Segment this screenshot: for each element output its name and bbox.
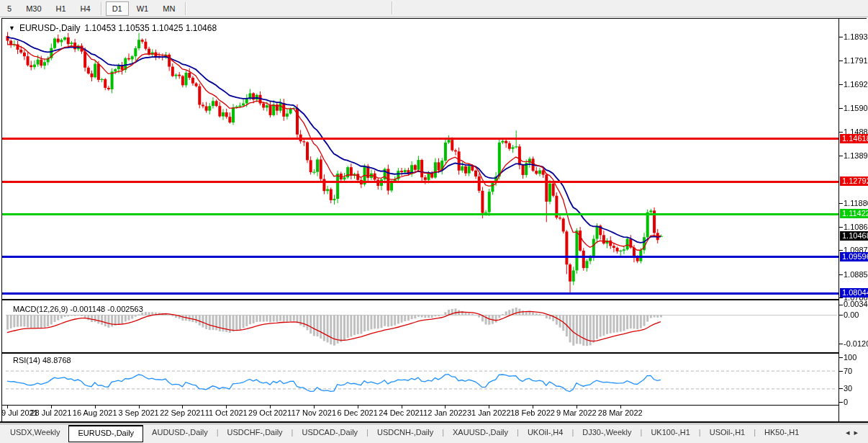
price-chart-canvas[interactable] <box>0 17 868 424</box>
chart-tabs: USDX,WeeklyEURUSD-,DailyAUDUSD-,Daily|US… <box>1 425 808 442</box>
chart-title-ohlc: 1.10453 1.10535 1.10425 1.10468 <box>85 23 217 33</box>
tab-xauusd-daily[interactable]: XAUUSD-,Daily <box>444 425 517 442</box>
tab-usdcnh-daily[interactable]: USDCNH-,Daily <box>369 425 442 442</box>
tab-uk100-h1[interactable]: UK100-,H1 <box>642 425 698 442</box>
rsi-axis-tick: 30 <box>844 384 852 393</box>
macd-axis-tick: 0.00 <box>844 310 859 319</box>
rsi-axis-tick: 70 <box>844 367 852 375</box>
tab-audusd-daily[interactable]: AUDUSD-,Daily <box>143 425 217 442</box>
level-price-badge: 1.11422 <box>840 209 868 218</box>
toolbar-separator <box>101 2 102 15</box>
chart-window: ▼ EURUSD-,Daily 1.10453 1.10535 1.10425 … <box>0 17 868 424</box>
tab-usoil-h1[interactable]: USOil-,H1 <box>701 425 754 442</box>
level-price-badge: 1.14618 <box>840 134 868 143</box>
tab-scroll-left-icon[interactable]: ◂ <box>846 428 854 437</box>
tab-eurusd-daily[interactable]: EURUSD-,Daily <box>68 425 143 442</box>
date-axis-label: 17 Nov 2021 <box>291 408 336 417</box>
level-price-badge: 1.08044 <box>840 288 868 297</box>
timeframe-button-m30[interactable]: M30 <box>19 1 48 16</box>
date-axis-label: 6 Dec 2021 <box>338 408 378 417</box>
toolbar-separator <box>185 2 186 15</box>
toolbar-separator <box>392 1 393 14</box>
date-axis-label: 12 Jan 2022 <box>423 408 467 417</box>
tab-usdchf-daily[interactable]: USDCHF-,Daily <box>219 425 291 442</box>
price-axis-tick: 1.17910 <box>844 56 868 65</box>
chart-title: ▼ EURUSD-,Daily 1.10453 1.10535 1.10425 … <box>9 23 217 33</box>
date-axis-label: 3 Sep 2021 <box>118 408 158 417</box>
date-axis-label: 11 Oct 2021 <box>205 408 248 417</box>
rsi-indicator-label: RSI(14) 48.8768 <box>13 356 71 364</box>
tab-scroll-arrows: ◂▸ <box>846 428 862 437</box>
price-axis-tick: 1.18930 <box>844 32 868 41</box>
date-axis-label: 31 Jan 2022 <box>467 408 511 417</box>
price-axis-tick: 1.11880 <box>844 199 868 207</box>
timeframe-button-mn[interactable]: MN <box>156 1 181 16</box>
tab-dj30-weekly[interactable]: DJ30-,Weekly <box>574 425 640 442</box>
current-price-badge: 1.10468 <box>840 231 868 241</box>
date-axis-label: 28 Jul 2021 <box>30 408 71 417</box>
timeframe-button-h1[interactable]: H1 <box>50 1 73 16</box>
timeframe-button-d1[interactable]: D1 <box>106 1 129 16</box>
date-axis-label: 24 Dec 2021 <box>379 408 423 417</box>
chart-title-symbol: EURUSD-,Daily <box>19 23 81 33</box>
symbol-dropdown-icon[interactable]: ▼ <box>9 24 15 32</box>
level-price-badge: 1.09596 <box>840 252 868 261</box>
tab-usdx-weekly[interactable]: USDX,Weekly <box>1 425 68 442</box>
tab-scroll-right-icon[interactable]: ▸ <box>854 428 862 437</box>
trading-terminal: 5M30H1H4D1W1MN ▼ EURUSD-,Daily 1.10453 1… <box>0 0 868 443</box>
tab-ukoil-h4[interactable]: UKOil-,H4 <box>519 425 572 442</box>
price-axis-tick: 1.16920 <box>844 80 868 89</box>
date-axis-label: 29 Oct 2021 <box>248 408 291 417</box>
tab-hk50-h1[interactable]: HK50-,H1 <box>756 425 808 442</box>
level-price-badge: 1.12792 <box>840 176 868 186</box>
rsi-axis-tick: 0 <box>844 398 848 406</box>
price-axis: 1.189301.179101.169201.159001.148801.138… <box>839 17 868 424</box>
timeframe-toolbar: 5M30H1H4D1W1MN <box>0 0 868 17</box>
date-axis-label: 9 Mar 2022 <box>556 408 597 417</box>
chart-tabs-bar: USDX,WeeklyEURUSD-,DailyAUDUSD-,Daily|US… <box>0 424 868 443</box>
date-axis-label: 16 Aug 2021 <box>73 408 117 417</box>
macd-axis-tick: 0.003408 <box>844 300 868 308</box>
rsi-axis-tick: 100 <box>844 353 856 362</box>
price-axis-tick: 1.13890 <box>844 151 868 160</box>
date-axis-label: 18 Feb 2022 <box>510 408 555 417</box>
price-axis-tick: 1.10860 <box>844 223 868 231</box>
price-axis-tick: 1.08850 <box>844 270 868 279</box>
macd-indicator-label: MACD(12,26,9) -0.001148 -0.002563 <box>13 305 143 313</box>
date-axis-label: 22 Sep 2021 <box>160 408 204 417</box>
timeframe-button-w1[interactable]: W1 <box>130 1 155 16</box>
price-axis-tick: 1.15900 <box>844 104 868 112</box>
timeframe-button-5[interactable]: 5 <box>1 1 18 16</box>
macd-axis-tick: -0.01205 <box>844 339 868 348</box>
timeframe-button-h4[interactable]: H4 <box>74 1 97 16</box>
date-axis-label: 28 Mar 2022 <box>598 408 643 417</box>
date-axis: 9 Jul 202128 Jul 202116 Aug 20213 Sep 20… <box>0 406 838 422</box>
tab-usdcad-daily[interactable]: USDCAD-,Daily <box>293 425 366 442</box>
